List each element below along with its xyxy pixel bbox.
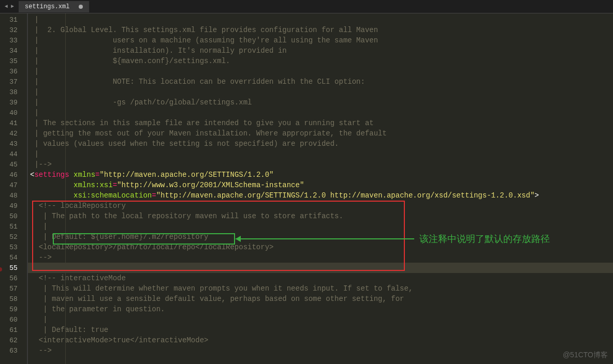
line-number: 33 [0, 35, 27, 46]
line-number: 49 [0, 201, 27, 211]
code-line[interactable]: | [28, 108, 613, 118]
line-number: 48 [0, 190, 27, 201]
code-line[interactable]: | installation). It's normally provided … [28, 46, 613, 56]
watermark-text: @51CTO博客 [563, 351, 608, 360]
code-line[interactable]: | [28, 221, 613, 232]
line-number: 51 [0, 221, 27, 232]
line-number: 44 [0, 149, 27, 159]
code-line[interactable]: | getting the most out of your Maven ins… [28, 128, 613, 139]
code-line[interactable]: | [28, 87, 613, 97]
line-number: 45 [0, 159, 27, 170]
code-line[interactable]: xsi:schemaLocation="http://maven.apache.… [28, 190, 613, 201]
line-number: 32 [0, 25, 27, 35]
code-line[interactable]: | -gs /path/to/global/settings.xml [28, 97, 613, 108]
indent-ruler [65, 13, 66, 364]
line-number: 35 [0, 56, 27, 66]
line-number: 54 [0, 252, 27, 263]
code-line[interactable]: --> [28, 252, 613, 263]
line-number: 53 [0, 242, 27, 252]
line-number: 57 [0, 283, 27, 294]
annotation-arrow [236, 238, 414, 239]
nav-arrows: ◄ ► [0, 4, 19, 9]
code-line[interactable]: | ${maven.conf}/settings.xml. [28, 56, 613, 66]
code-line[interactable]: | [28, 149, 613, 159]
code-line[interactable]: | 2. Global Level. This settings.xml fil… [28, 25, 613, 35]
arrow-head-left-icon [236, 236, 241, 242]
line-number: 52 [0, 232, 27, 242]
line-number: 55 [0, 263, 27, 273]
line-number: 34 [0, 46, 27, 56]
code-line[interactable]: | values (values used when the setting i… [28, 139, 613, 149]
code-line[interactable]: | NOTE: This location can be overridden … [28, 77, 613, 87]
code-line[interactable]: --> [28, 345, 613, 356]
line-number: 40 [0, 108, 27, 118]
code-line[interactable]: | the parameter in question. [28, 304, 613, 314]
code-line[interactable]: xmlns:xsi="http://www.w3.org/2001/XMLSch… [28, 180, 613, 190]
line-number-gutter: 3132333435363738394041424344454647484950… [0, 13, 28, 364]
line-number: 59 [0, 304, 27, 314]
code-line[interactable]: |--> [28, 159, 613, 170]
line-number: 63 [0, 345, 27, 356]
code-line[interactable]: <!-- interactiveMode [28, 273, 613, 283]
line-number: 50 [0, 211, 27, 221]
line-number: 61 [0, 325, 27, 335]
line-number: 46 [0, 170, 27, 180]
tab-modified-icon [79, 5, 83, 9]
code-line[interactable]: <!-- localRepository [28, 201, 613, 211]
code-line[interactable]: <settings xmlns="http://maven.apache.org… [28, 170, 613, 180]
line-number: 39 [0, 97, 27, 108]
line-number: 43 [0, 139, 27, 149]
nav-back-icon[interactable]: ◄ [3, 4, 9, 9]
line-number: 56 [0, 273, 27, 283]
code-line[interactable]: | This will determine whether maven prom… [28, 283, 613, 294]
tab-settings-xml[interactable]: settings.xml [19, 1, 90, 12]
code-line[interactable]: | [28, 14, 613, 25]
tab-bar: ◄ ► settings.xml [0, 0, 613, 13]
line-number: 58 [0, 294, 27, 304]
code-line[interactable]: | The path to the local repository maven… [28, 211, 613, 221]
code-line[interactable] [28, 263, 613, 273]
line-number: 38 [0, 87, 27, 97]
line-number: 31 [0, 14, 27, 25]
annotation-text: 该注释中说明了默认的存放路径 [419, 233, 550, 245]
line-number: 36 [0, 66, 27, 77]
editor: 3132333435363738394041424344454647484950… [0, 13, 613, 364]
code-area[interactable]: | | 2. Global Level. This settings.xml f… [28, 13, 613, 364]
line-number: 42 [0, 128, 27, 139]
line-number: 37 [0, 77, 27, 87]
code-line[interactable]: | users on a machine (assuming they're a… [28, 35, 613, 46]
code-line[interactable]: | [28, 314, 613, 325]
tab-label: settings.xml [25, 3, 69, 10]
line-number: 41 [0, 118, 27, 128]
nav-forward-icon[interactable]: ► [9, 4, 16, 9]
line-number: 62 [0, 335, 27, 345]
code-line[interactable]: | The sections in this sample file are i… [28, 118, 613, 128]
code-line[interactable]: | maven will use a sensible default valu… [28, 294, 613, 304]
code-line[interactable]: <interactiveMode>true</interactiveMode> [28, 335, 613, 345]
line-number: 47 [0, 180, 27, 190]
code-line[interactable]: | [28, 66, 613, 77]
code-line[interactable]: | Default: true [28, 325, 613, 335]
line-number: 60 [0, 314, 27, 325]
